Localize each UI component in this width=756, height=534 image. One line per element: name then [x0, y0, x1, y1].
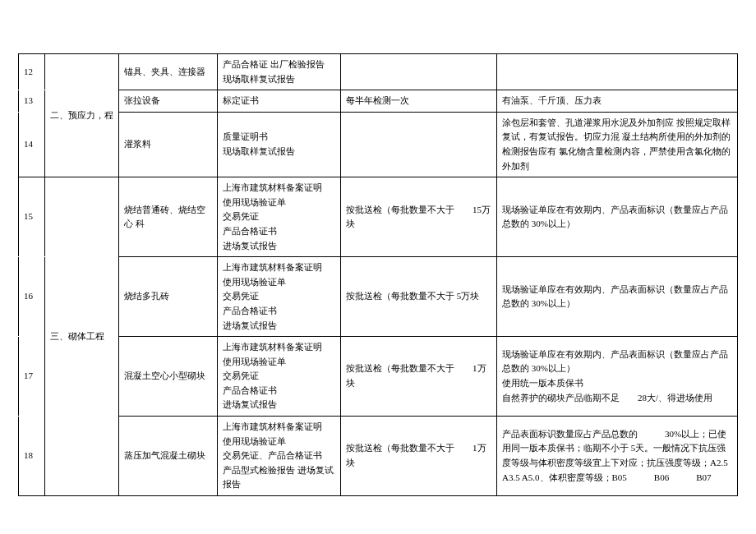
table-row: 14 灌浆料 质量证明书 现场取样复试报告 涂包层和套管、孔道灌浆用水泥及外加剂…: [19, 112, 738, 177]
doc-cell: 产品合格证 出厂检验报告 现场取样复试报告: [218, 54, 341, 90]
doc-cell: 上海市建筑材料备案证明 使用现场验证单 交易凭证 产品合格证书 进场复试报告: [218, 257, 341, 337]
note-cell: 有油泵、千斤顶、压力表: [497, 90, 738, 113]
doc-cell: 上海市建筑材料备案证明 使用现场验证单 交易凭证 产品合格证书 进场复试报告: [218, 337, 341, 417]
table-row: 12 二、预应力，程 锚具、夹具、连接器 产品合格证 出厂检验报告 现场取样复试…: [19, 54, 738, 90]
note-cell: 涂包层和套管、孔道灌浆用水泥及外加剂应 按照规定取样复试，有复试报告。切应力混 …: [497, 112, 738, 177]
table-row: 16 烧结多孔砖 上海市建筑材料备案证明 使用现场验证单 交易凭证 产品合格证书…: [19, 257, 738, 337]
check-cell: 按批送检（每批数量不大于 15万块: [341, 177, 497, 257]
check-cell: 按批送检（每批数量不大于 1万块: [341, 337, 497, 417]
table-row: 18 蒸压加气混凝土砌块 上海市建筑材料备案证明 使用现场验证单 交易凭证、产品…: [19, 417, 738, 496]
note-cell: 现场验证单应在有效期内、产品表面标识（数量应占产品总数的 30%以上）: [497, 177, 738, 257]
row-number: 13: [19, 90, 45, 113]
row-number: 15: [19, 177, 45, 257]
material-cell: 烧结多孔砖: [119, 257, 218, 337]
note-cell: 现场验证单应在有效期内、产品表面标识（数量应占产品总数的 30%以上） 使用统一…: [497, 337, 738, 417]
doc-cell: 标定证书: [218, 90, 341, 113]
doc-cell: 质量证明书 现场取样复试报告: [218, 112, 341, 177]
note-cell: 产品表面标识数量应占产品总数的 30%以上；已使用同一版本质保书；临期不小于 5…: [497, 417, 738, 496]
row-number: 14: [19, 112, 45, 177]
category-cell: 三、砌体工程: [45, 177, 119, 496]
material-cell: 张拉设备: [119, 90, 218, 113]
note-cell: [497, 54, 738, 90]
table-row: 13 张拉设备 标定证书 每半年检测一次 有油泵、千斤顶、压力表: [19, 90, 738, 113]
doc-cell: 上海市建筑材料备案证明 使用现场验证单 交易凭证 产品合格证书 进场复试报告: [218, 177, 341, 257]
row-number: 18: [19, 417, 45, 496]
check-cell: 按批送检（每批数量不大于 1万块: [341, 417, 497, 496]
doc-cell: 上海市建筑材料备案证明 使用现场验证单 交易凭证、产品合格证书 产品型式检验报告…: [218, 417, 341, 496]
material-cell: 混凝土空心小型砌块: [119, 337, 218, 417]
materials-table: 12 二、预应力，程 锚具、夹具、连接器 产品合格证 出厂检验报告 现场取样复试…: [18, 53, 738, 496]
note-cell: 现场验证单应在有效期内、产品表面标识（数量应占产品总数的 30%以上）: [497, 257, 738, 337]
material-cell: 锚具、夹具、连接器: [119, 54, 218, 90]
check-cell: [341, 54, 497, 90]
row-number: 17: [19, 337, 45, 417]
material-cell: 烧结普通砖、烧结空心 科: [119, 177, 218, 257]
category-cell: 二、预应力，程: [45, 54, 119, 177]
row-number: 16: [19, 257, 45, 337]
material-cell: 灌浆料: [119, 112, 218, 177]
material-cell: 蒸压加气混凝土砌块: [119, 417, 218, 496]
row-number: 12: [19, 54, 45, 90]
table-row: 15 三、砌体工程 烧结普通砖、烧结空心 科 上海市建筑材料备案证明 使用现场验…: [19, 177, 738, 257]
check-cell: 每半年检测一次: [341, 90, 497, 113]
check-cell: [341, 112, 497, 177]
check-cell: 按批送检（每批数量不大于 5万块: [341, 257, 497, 337]
table-row: 17 混凝土空心小型砌块 上海市建筑材料备案证明 使用现场验证单 交易凭证 产品…: [19, 337, 738, 417]
